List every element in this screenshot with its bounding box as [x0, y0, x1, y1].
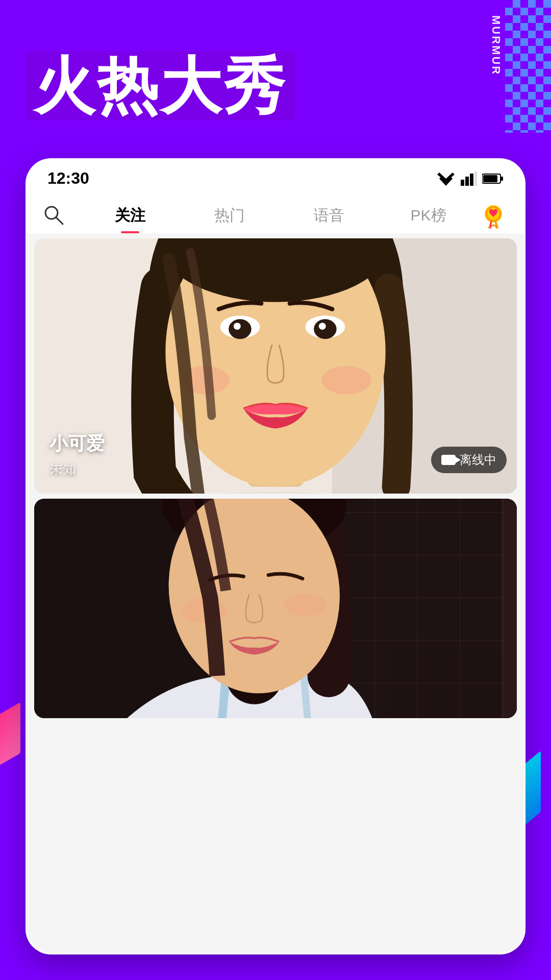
stream-card-1[interactable]: 小可爱 未知 离线中: [34, 238, 517, 494]
tab-hot[interactable]: 热门: [180, 198, 279, 233]
svg-rect-4: [470, 174, 473, 186]
stream-card-2[interactable]: [34, 499, 517, 718]
phone-mockup: 12:30: [26, 158, 525, 954]
stream-name-1: 小可爱: [49, 431, 105, 456]
content-area: 小可爱 未知 离线中: [27, 233, 524, 954]
svg-point-24: [319, 323, 326, 330]
portrait-face-2: [34, 499, 517, 718]
wifi-icon: [436, 172, 456, 186]
offline-badge-icon: [441, 455, 456, 465]
offline-badge-text: 离线中: [460, 452, 496, 468]
svg-rect-2: [461, 180, 464, 186]
svg-point-26: [321, 366, 371, 395]
tab-voice[interactable]: 语音: [279, 198, 379, 233]
svg-rect-3: [465, 177, 469, 186]
search-button[interactable]: [42, 204, 65, 228]
svg-point-20: [229, 319, 252, 339]
award-button[interactable]: [478, 201, 509, 231]
stream-subtitle-1: 未知: [49, 460, 105, 478]
award-icon: [480, 203, 507, 229]
svg-line-10: [56, 217, 63, 224]
battery-icon: [482, 173, 504, 184]
offline-badge-1: 离线中: [431, 447, 507, 473]
status-time: 12:30: [47, 169, 89, 188]
svg-rect-8: [501, 177, 503, 181]
svg-marker-1: [437, 173, 455, 182]
nav-tabs: 关注 热门 语音 PK榜: [27, 193, 524, 233]
svg-rect-7: [483, 175, 497, 182]
svg-rect-5: [474, 172, 477, 186]
signal-icon: [461, 172, 477, 186]
hero-title: 火热大秀: [26, 51, 295, 120]
status-bar: 12:30: [27, 160, 524, 193]
svg-point-42: [284, 594, 327, 617]
svg-point-21: [234, 323, 241, 330]
brand-murmur: MURMUR: [489, 15, 503, 76]
checker-decoration: [505, 0, 551, 133]
stream-thumbnail-2: [34, 499, 517, 718]
tab-pk[interactable]: PK榜: [379, 198, 478, 233]
stream-info-1: 小可爱 未知: [49, 431, 105, 478]
tab-follow[interactable]: 关注: [80, 198, 180, 233]
svg-point-23: [314, 319, 337, 339]
search-icon: [42, 204, 65, 226]
status-icons: [436, 172, 504, 186]
